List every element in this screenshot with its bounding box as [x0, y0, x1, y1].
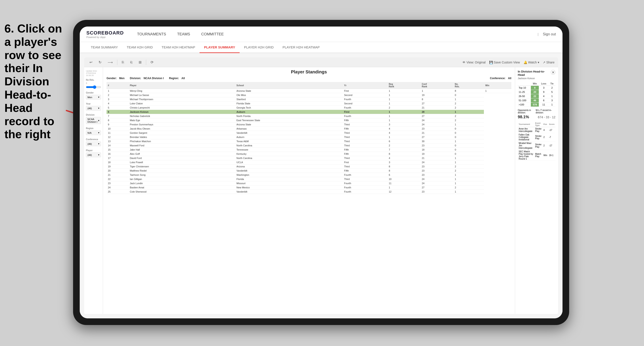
nav-teams[interactable]: TEAMS [173, 30, 195, 38]
gender-filter-control[interactable]: Men ▾ [86, 95, 101, 100]
filter-player: Player (All) ▾ [86, 149, 101, 157]
watch-button[interactable]: 🔔 Watch ▾ [524, 61, 539, 64]
table-cell: 11 [106, 131, 128, 135]
table-cell: First [343, 160, 388, 165]
table-row[interactable]: 14Maxwell FordNorth CarolinaThird2230 [106, 144, 511, 148]
sign-out-button[interactable]: Sign out [543, 32, 556, 36]
table-cell: Jake Hall [128, 148, 235, 152]
region-filter-control[interactable]: N/A ▾ [86, 131, 101, 135]
table-cell: 0 [454, 93, 484, 97]
h2h-close-button[interactable]: ✕ [551, 70, 556, 75]
table-row[interactable]: 4Luke ClatonFlorida StateSecond1272 [106, 102, 511, 106]
h2h-win-cell: 46 [531, 98, 539, 103]
table-cell: 2 [454, 106, 484, 110]
table-row[interactable]: 25Cole SherwoodVanderbiltFourth12231 [106, 190, 511, 194]
nav-tournaments[interactable]: TOURNAMENTS [133, 30, 170, 38]
table-cell: 24 [420, 118, 453, 123]
tab-player-h2h-grid[interactable]: PLAYER H2H GRID [240, 42, 278, 53]
view-original-button[interactable]: 👁 View: Original [462, 61, 486, 64]
save-custom-button[interactable]: 💾 Save Custom View [489, 61, 520, 64]
gender-filter-label: Gender [86, 92, 101, 94]
nav-committee[interactable]: COMMITTEE [197, 30, 228, 38]
refresh-button[interactable]: ⟳ [149, 59, 155, 65]
no-rds-section: No Rds. 6 [86, 79, 101, 89]
table-row[interactable]: 7Nicholas GabrelcikNorth FloridaFourth12… [106, 114, 511, 118]
table-cell: Third [343, 165, 388, 169]
table-row[interactable]: 24Bastien AmatNew MexicoFourth1272 [106, 185, 511, 190]
table-row[interactable]: 2Michael La SasseOle MissSecond1190 [106, 93, 511, 97]
table-row[interactable]: 11Gordon SargentVanderbiltThird4210 [106, 131, 511, 135]
redo-button[interactable]: ↻ [97, 59, 103, 65]
update-time: Update time: 27/03/2024 16:56:26 [86, 70, 101, 76]
table-row[interactable]: 22Ian GilliganFloridaThird10241 [106, 177, 511, 181]
table-cell: 28 [420, 110, 453, 114]
table-cell: 2 [454, 169, 484, 173]
no-rds-slider[interactable] [86, 85, 101, 89]
copy-button[interactable]: ⎘ [120, 59, 126, 65]
table-row[interactable]: 16Alex GoffKentuckyFifth8190 [106, 152, 511, 156]
table-row[interactable]: 8Mats EgeEast Tennessee StateFifth1242 [106, 118, 511, 123]
logo-area: SCOREBOARD Powered by clippi [86, 30, 124, 38]
format-button[interactable]: ⊞ [137, 59, 143, 65]
tab-team-summary[interactable]: TEAM SUMMARY [86, 42, 122, 53]
table-cell: 0 [454, 127, 484, 131]
table-cell: Nicholas Gabrelcik [128, 114, 235, 118]
tab-player-summary[interactable]: PLAYER SUMMARY [200, 42, 240, 53]
table-cell: 23 [420, 169, 453, 173]
h2h-record-label: W-L-T record in-division: [536, 109, 556, 114]
table-cell: 2 [387, 144, 420, 148]
table-cell: 12 [106, 135, 128, 139]
table-cell: Fifth [343, 127, 388, 131]
table-row[interactable]: 23Jack LundinMissouriFourth11241 [106, 181, 511, 185]
toolbar-separator-2 [146, 60, 146, 65]
table-cell: Jacob Mou Olesen [128, 127, 235, 131]
table-row[interactable]: 17David FordNorth CarolinaThird4211 [106, 156, 511, 160]
player-filter-control[interactable]: (All) ▾ [86, 153, 101, 157]
table-row[interactable]: 19Tiger ChristensenArizonaThird8232 [106, 165, 511, 169]
conference-filter-control[interactable]: (All) ▾ [86, 142, 101, 146]
table-row[interactable]: 5Christo LamprechtGeorgia TechFourth2212 [106, 106, 511, 110]
table-row[interactable]: 15Jake HallTennesseeFifth7180 [106, 148, 511, 152]
col-conf-rank: ConfRank [420, 82, 453, 89]
table-cell: 7 [387, 148, 420, 152]
table-row[interactable]: 12Brendan ValdesAuburnThird1270 [106, 135, 511, 139]
share-button[interactable]: ↗ Share [543, 61, 554, 64]
main-content: ↩ ↻ ⟶ ⎘ ⎗ ⊞ ⟳ 👁 View: Original [80, 53, 562, 318]
table-row[interactable]: 18Luke PowellUCLAFirst3241 [106, 160, 511, 165]
undo-button[interactable]: ↩ [88, 59, 94, 65]
table-cell: Third [343, 177, 388, 181]
table-cell: 1 [454, 156, 484, 160]
tab-team-h2h-grid[interactable]: TEAM H2H GRID [122, 42, 157, 53]
table-cell: 24 [420, 123, 453, 127]
h2h-opponents-pct: 98.1% [518, 115, 529, 119]
table-cell: 2 [387, 106, 420, 110]
table-cell: Fourth [343, 114, 388, 118]
table-cell: 1 [387, 110, 420, 114]
table-row[interactable]: 13Phichaksn MaichonTexas A&MThird6301 [106, 139, 511, 144]
h2h-rank-label: >100 [518, 103, 531, 107]
table-cell: 14 [106, 144, 128, 148]
table-row[interactable]: 21Taehoon SongWashingtonFourth6231 [106, 173, 511, 177]
table-row[interactable]: 3Michael ThorbjornsenStanfordFourth181 [106, 97, 511, 102]
year-filter-control[interactable]: (All) ▾ [86, 106, 101, 111]
table-cell: 27 [420, 102, 453, 106]
paste-button[interactable]: ⎗ [128, 59, 134, 65]
table-row[interactable]: 10Jacob Mou OlesenArkansasFifth4230 [106, 127, 511, 131]
table-cell: Vanderbilt [235, 190, 343, 194]
table-row[interactable]: 20Matthew RiedelVanderbiltFifth8232 [106, 169, 511, 173]
table-row[interactable]: 9Preston SummerhaysArizona StateThird324… [106, 123, 511, 127]
watch-icon: 🔔 [524, 61, 527, 64]
table-row[interactable]: 1Wenyi DingArizona StateFirst1181 [106, 89, 511, 93]
chevron-down-icon-6: ▾ [98, 154, 100, 156]
table-row[interactable]: 6Jackson KoivunAuburnFirst1281 [106, 110, 511, 114]
table-cell: 23 [420, 173, 453, 177]
col-player: Player [128, 82, 235, 89]
division-filter-control[interactable]: NCAA Division I ▾ [86, 117, 101, 124]
tab-team-h2h-heatmap[interactable]: TEAM H2H HEATMAP [157, 42, 200, 53]
table-cell: North Carolina [235, 156, 343, 160]
tab-player-h2h-heatmap[interactable]: PLAYER H2H HEATMAP [278, 42, 324, 53]
chevron-down-icon: ▾ [98, 96, 100, 99]
tourney-pos: 2 [542, 142, 548, 150]
h2h-tie-cell: 1 [548, 94, 556, 98]
forward-button[interactable]: ⟶ [106, 59, 114, 65]
